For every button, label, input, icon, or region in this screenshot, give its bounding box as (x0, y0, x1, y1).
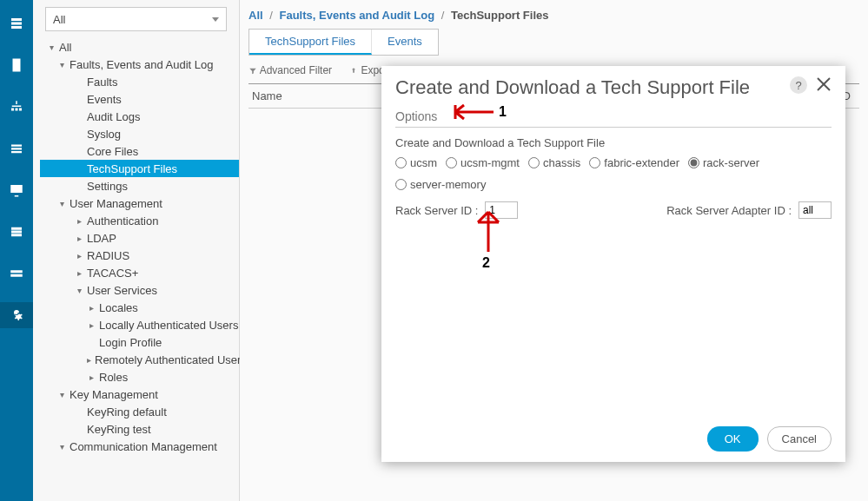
crumb-all[interactable]: All (248, 9, 263, 22)
tree-item[interactable]: Faults, Events and Audit Log (40, 56, 239, 73)
tree-item-label: Settings (87, 180, 128, 193)
tree-item[interactable]: Core Files (40, 142, 239, 160)
tree-item[interactable]: Settings (40, 177, 239, 194)
advanced-filter-button[interactable]: Advanced Filter (248, 64, 332, 76)
source-radio-group: ucsm ucsm-mgmt chassis fabric-extender r… (395, 156, 832, 191)
rack-server-id-input[interactable] (485, 201, 518, 219)
tab-bar: TechSupport Files Events (248, 29, 439, 56)
dialog-title: Create and Download a Tech Support File (395, 76, 790, 99)
tree-item[interactable]: Roles (40, 368, 239, 386)
tree-item-label: User Services (87, 284, 157, 297)
open-arrow-icon[interactable] (57, 442, 66, 452)
closed-arrow-icon[interactable] (87, 372, 96, 382)
options-section-header: Options (395, 109, 832, 128)
tree-item-label: Audit Logs (87, 110, 140, 123)
tree-item[interactable]: All (40, 38, 239, 56)
tree-item[interactable]: Faults (40, 73, 239, 90)
annotation-1: 1 (499, 104, 507, 120)
tree-item[interactable]: Locally Authenticated Users (40, 316, 239, 333)
tree-item-label: RADIUS (87, 249, 129, 262)
open-arrow-icon[interactable] (57, 199, 66, 208)
rail-lan-icon[interactable] (0, 94, 33, 120)
tree-item[interactable]: Events (40, 90, 239, 108)
tree-item[interactable]: Key Management (40, 386, 239, 403)
tree-item-label: Core Files (87, 145, 138, 158)
open-arrow-icon[interactable] (47, 43, 56, 52)
annotation-2: 2 (482, 255, 490, 271)
radio-rack-server[interactable]: rack-server (688, 156, 759, 169)
closed-arrow-icon[interactable] (87, 303, 96, 313)
tree-item[interactable]: RADIUS (40, 247, 239, 264)
close-icon[interactable] (816, 76, 832, 92)
chevron-down-icon (212, 17, 219, 22)
tree-item-label: Locales (99, 301, 138, 314)
open-arrow-icon[interactable] (57, 390, 66, 399)
rack-server-adapter-id-field: Rack Server Adapter ID : (666, 201, 832, 219)
tree-item[interactable]: Communication Management (40, 438, 239, 455)
rail-san-icon[interactable] (0, 135, 33, 162)
create-techsupport-dialog: Create and Download a Tech Support File … (381, 66, 845, 462)
tree-item-label: Roles (99, 371, 128, 384)
rack-server-adapter-id-input[interactable] (798, 201, 832, 219)
tree-item[interactable]: Authentication (40, 212, 239, 229)
tree-item-label: Faults (87, 76, 117, 89)
tree-item[interactable]: Locales (40, 299, 239, 316)
rail-admin-icon[interactable] (0, 302, 33, 328)
tree-item-label: Authentication (87, 214, 158, 227)
rack-server-adapter-id-label: Rack Server Adapter ID : (666, 204, 792, 217)
rail-storage-icon[interactable] (0, 219, 33, 245)
tree-item[interactable]: Audit Logs (40, 108, 239, 125)
rail-chassis-icon[interactable] (0, 260, 33, 287)
closed-arrow-icon[interactable] (87, 320, 96, 330)
closed-arrow-icon[interactable] (75, 251, 83, 260)
tree-item-label: KeyRing default (87, 405, 167, 419)
ok-button[interactable]: OK (707, 426, 759, 452)
radio-fabric-extender[interactable]: fabric-extender (589, 156, 679, 169)
open-arrow-icon[interactable] (75, 286, 83, 295)
tree-item-label: Locally Authenticated Users (99, 319, 238, 332)
tree-item-label: Faults, Events and Audit Log (70, 58, 214, 71)
nav-rail (0, 0, 33, 501)
tree-item[interactable]: Syslog (40, 125, 239, 142)
tree-item[interactable]: User Services (40, 281, 239, 299)
closed-arrow-icon[interactable] (87, 355, 91, 365)
radio-chassis[interactable]: chassis (528, 156, 580, 169)
dialog-body-label: Create and Download a Tech Support File (395, 136, 832, 149)
tree-item[interactable]: User Management (40, 194, 239, 212)
tree-item[interactable]: LDAP (40, 229, 239, 247)
tab-techsupport-files[interactable]: TechSupport Files (249, 30, 372, 55)
rail-vm-icon[interactable] (0, 177, 33, 203)
closed-arrow-icon[interactable] (75, 234, 83, 243)
tree-item-label: Syslog (87, 128, 121, 141)
tree-item-label: LDAP (87, 232, 116, 245)
rack-server-id-field: Rack Server ID : (395, 201, 518, 219)
cancel-button[interactable]: Cancel (767, 426, 832, 452)
tree-panel: All AllFaults, Events and Audit LogFault… (33, 0, 240, 501)
open-arrow-icon[interactable] (57, 60, 66, 69)
radio-ucsm-mgmt[interactable]: ucsm-mgmt (446, 156, 520, 169)
tree-item-label: TACACS+ (87, 267, 138, 280)
tree-item-label: Communication Management (70, 440, 217, 453)
closed-arrow-icon[interactable] (75, 268, 83, 278)
tree-item[interactable]: TACACS+ (40, 264, 239, 281)
closed-arrow-icon[interactable] (75, 216, 83, 226)
tree-item[interactable]: Login Profile (40, 333, 239, 351)
tree-item-label: Key Management (70, 388, 158, 401)
tree-item[interactable]: TechSupport Files (40, 160, 239, 177)
radio-server-memory[interactable]: server-memory (395, 178, 486, 191)
radio-ucsm[interactable]: ucsm (395, 156, 437, 169)
nav-tree: AllFaults, Events and Audit LogFaultsEve… (33, 38, 239, 455)
tree-item[interactable]: KeyRing test (40, 420, 239, 438)
tree-item-label: KeyRing test (87, 423, 151, 436)
tab-events[interactable]: Events (372, 30, 438, 55)
rail-servers-icon[interactable] (0, 52, 33, 78)
tree-item-label: All (59, 41, 71, 54)
tree-item[interactable]: Remotely Authenticated Users (40, 351, 239, 368)
help-icon[interactable]: ? (790, 76, 807, 94)
breadcrumb: All / Faults, Events and Audit Log / Tec… (240, 0, 868, 27)
tree-item-label: TechSupport Files (87, 162, 177, 175)
crumb-faults[interactable]: Faults, Events and Audit Log (280, 9, 435, 22)
rail-equipment-icon[interactable] (0, 10, 33, 36)
tree-item[interactable]: KeyRing default (40, 403, 239, 420)
tree-filter-dropdown[interactable]: All (45, 7, 227, 31)
